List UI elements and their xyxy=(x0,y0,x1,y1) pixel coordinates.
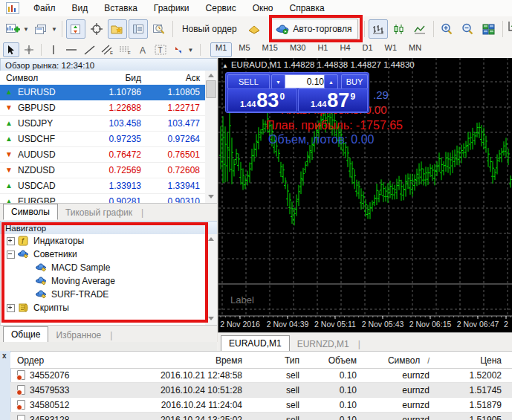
col-order[interactable]: Ордер xyxy=(10,355,82,366)
col-symbol[interactable]: Символ xyxy=(0,73,89,83)
market-watch-row-USDCAD[interactable]: ▲USDCAD1.339131.33941 xyxy=(0,178,205,194)
collapse-triangle-icon[interactable]: ▲ xyxy=(222,62,228,69)
cursor-tool[interactable] xyxy=(3,42,19,57)
tab-Избранное[interactable]: Избранное xyxy=(48,328,108,343)
chart-line-button[interactable] xyxy=(410,19,430,39)
menu-item-Вид[interactable]: Вид xyxy=(64,1,97,16)
market-watch-row-GBPUSD[interactable]: ▼GBPUSD1.226881.22717 xyxy=(0,100,205,116)
market-watch-row-NZDUSD[interactable]: ▼NZDUSD0.725690.72608 xyxy=(0,163,205,178)
new-order-button[interactable]: Новый ордер xyxy=(176,19,239,39)
zoom-in-button[interactable] xyxy=(438,19,457,39)
arrows-tool[interactable] xyxy=(170,42,187,57)
scroll-thumb[interactable] xyxy=(206,80,216,98)
indicators-button-partial[interactable] xyxy=(508,20,512,38)
arrows-dropdown[interactable]: ▼ xyxy=(187,41,194,59)
sell-button[interactable]: SELL xyxy=(227,74,270,89)
volume-increase-button[interactable]: ▲ xyxy=(324,74,338,89)
tab-Общие[interactable]: Общие xyxy=(3,326,48,343)
chart-tab-EURNZD,M1[interactable]: EURNZD,M1 xyxy=(290,337,357,352)
expand-icon[interactable] xyxy=(7,304,15,312)
channel-icon: E xyxy=(101,45,114,55)
text-label-tool[interactable]: T xyxy=(152,42,169,57)
profiles-button[interactable] xyxy=(31,19,51,39)
timeframe-MN[interactable]: MN xyxy=(404,42,427,57)
market-watch-scrollbar[interactable] xyxy=(205,71,217,203)
terminal-toggle[interactable] xyxy=(129,19,148,39)
scroll-up-icon[interactable] xyxy=(208,74,214,77)
col-ask[interactable]: Аск xyxy=(146,73,205,83)
market-watch-row-AUDUSD[interactable]: ▼AUDUSD0.764720.76501 xyxy=(0,147,205,163)
market-watch-toggle[interactable] xyxy=(66,19,85,39)
timeframe-H1[interactable]: H1 xyxy=(312,42,333,57)
sell-price[interactable]: 1.44 83 0 xyxy=(227,88,297,112)
nav-item-Скрипты[interactable]: Скрипты xyxy=(1,301,206,314)
strategy-tester-button[interactable] xyxy=(149,19,169,39)
trendline-tool[interactable] xyxy=(81,42,97,57)
nav-item-MACD Sample[interactable]: MACD Sample xyxy=(1,261,206,274)
col-time[interactable]: Время xyxy=(82,355,247,366)
nav-item-SURF-TRADE[interactable]: SURF-TRADE xyxy=(1,288,206,301)
nav-item-Индикаторы[interactable]: fИндикаторы xyxy=(1,234,206,248)
menu-item-Файл[interactable]: Файл xyxy=(25,1,64,16)
order-symbol: eurnzd xyxy=(362,400,435,410)
new-chart-button[interactable] xyxy=(3,19,22,39)
zoom-in-icon xyxy=(441,23,453,35)
data-window-button[interactable] xyxy=(87,19,106,39)
buy-price[interactable]: 1.44 87 9 xyxy=(298,88,368,112)
volume-input[interactable] xyxy=(285,74,328,88)
col-price[interactable]: Цена xyxy=(435,355,507,366)
terminal-close-icon[interactable]: x xyxy=(2,352,7,360)
timeframe-D1[interactable]: D1 xyxy=(357,42,378,57)
scroll-up-icon[interactable] xyxy=(208,237,214,241)
zoom-out-button[interactable] xyxy=(458,19,478,39)
scroll-down-icon[interactable] xyxy=(208,317,214,320)
order-row-34580512[interactable]: 345805122016.10.24 11:24:04sell0.10eurnz… xyxy=(10,398,512,413)
timeframe-H4[interactable]: H4 xyxy=(334,42,355,57)
navigator-scrollbar[interactable] xyxy=(205,234,217,325)
tab-Символы[interactable]: Символы xyxy=(3,204,58,220)
scroll-down-icon[interactable] xyxy=(208,195,214,198)
timeframe-M5[interactable]: M5 xyxy=(233,42,255,57)
market-watch-row-EURUSD[interactable]: ▲EURUSD1.107861.10805 xyxy=(0,85,205,100)
chart-candles-button[interactable] xyxy=(389,19,409,39)
order-row-34583128[interactable]: 345831282016.10.24 13:25:02sell0.10eurnz… xyxy=(10,413,512,420)
nav-item-Советники[interactable]: Советники xyxy=(1,248,206,261)
autotrading-button[interactable]: Авто-торговля xyxy=(269,19,358,39)
volume-decrease-button[interactable]: ▼ xyxy=(271,74,285,89)
nav-item-Moving Average[interactable]: Moving Average xyxy=(1,274,206,288)
buy-button[interactable]: BUY xyxy=(341,74,368,89)
col-symbol-sort[interactable]: Символ/ xyxy=(362,355,435,366)
timeframe-M15[interactable]: M15 xyxy=(257,42,283,57)
order-row-34552076[interactable]: 345520762016.10.21 12:48:58sell0.10eurnz… xyxy=(10,368,512,383)
market-watch-row-USDJPY[interactable]: ▲USDJPY103.458103.477 xyxy=(0,116,205,132)
chart-bars-button[interactable] xyxy=(369,19,388,39)
chart-tab-EURAUD,M1[interactable]: EURAUD,M1 xyxy=(221,335,290,352)
menu-item-Графики[interactable]: Графики xyxy=(146,1,198,16)
tile-windows-button[interactable] xyxy=(479,19,499,39)
timeframe-M1[interactable]: M1 xyxy=(210,42,232,57)
menu-item-Вставка[interactable]: Вставка xyxy=(96,1,146,16)
profiles-dropdown[interactable]: ▼ xyxy=(51,20,57,38)
menu-item-Справка[interactable]: Справка xyxy=(282,1,333,16)
navigator-toggle[interactable] xyxy=(108,19,127,39)
timeframe-M30[interactable]: M30 xyxy=(285,42,311,57)
collapse-icon[interactable] xyxy=(7,251,15,259)
expand-icon[interactable] xyxy=(7,237,15,245)
menu-item-Окно[interactable]: Окно xyxy=(244,1,282,16)
order-row-34579533[interactable]: 345795332016.10.24 10:51:28sell0.10eurnz… xyxy=(10,383,512,398)
equidistant-channel-tool[interactable]: E xyxy=(99,42,115,57)
text-tool[interactable]: A xyxy=(135,42,151,57)
col-bid[interactable]: Бид xyxy=(89,73,146,83)
metaeditor-button[interactable] xyxy=(244,19,264,39)
market-watch-row-USDCHF[interactable]: ▲USDCHF0.972350.97264 xyxy=(0,132,205,147)
col-type[interactable]: Тип xyxy=(247,355,305,366)
vertical-line-tool[interactable] xyxy=(45,42,62,57)
col-volume[interactable]: Объем xyxy=(305,355,362,366)
menu-item-Сервис[interactable]: Сервис xyxy=(198,1,244,16)
crosshair-tool[interactable] xyxy=(21,42,37,57)
fibonacci-tool[interactable]: F xyxy=(117,42,133,57)
tab-Тиковый график[interactable]: Тиковый график xyxy=(58,205,140,220)
timeframe-W1[interactable]: W1 xyxy=(380,42,403,57)
horizontal-line-tool[interactable] xyxy=(63,42,80,57)
new-chart-dropdown[interactable]: ▼ xyxy=(23,20,29,38)
